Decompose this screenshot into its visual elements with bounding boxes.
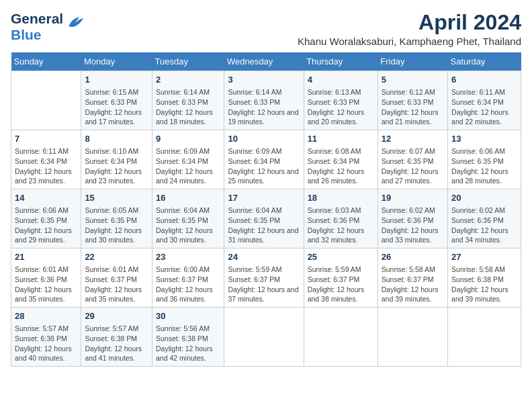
cell-info: Sunrise: 6:01 AMSunset: 6:36 PMDaylight:… <box>15 265 77 304</box>
calendar-cell: 13Sunrise: 6:06 AMSunset: 6:35 PMDayligh… <box>448 130 521 189</box>
calendar-cell <box>378 307 447 366</box>
calendar-cell: 26Sunrise: 5:58 AMSunset: 6:37 PMDayligh… <box>378 248 447 308</box>
calendar-cell: 30Sunrise: 5:56 AMSunset: 6:38 PMDayligh… <box>152 307 224 366</box>
day-number: 17 <box>228 192 300 204</box>
calendar-cell <box>224 307 304 366</box>
cell-info: Sunrise: 6:05 AMSunset: 6:35 PMDaylight:… <box>85 205 148 245</box>
day-number: 13 <box>451 133 517 145</box>
day-number: 14 <box>15 192 77 204</box>
calendar-cell: 9Sunrise: 6:09 AMSunset: 6:34 PMDaylight… <box>152 130 224 189</box>
cell-info: Sunrise: 5:58 AMSunset: 6:37 PMDaylight:… <box>382 265 444 304</box>
calendar-cell: 23Sunrise: 6:00 AMSunset: 6:37 PMDayligh… <box>152 248 224 308</box>
cell-info: Sunrise: 5:59 AMSunset: 6:37 PMDaylight:… <box>228 265 300 304</box>
day-number: 11 <box>308 133 374 145</box>
cell-info: Sunrise: 6:15 AMSunset: 6:33 PMDaylight:… <box>85 87 148 127</box>
calendar-week-4: 21Sunrise: 6:01 AMSunset: 6:36 PMDayligh… <box>11 248 521 308</box>
logo-bird-icon <box>66 14 85 29</box>
day-number: 18 <box>308 192 374 204</box>
day-number: 26 <box>382 251 444 263</box>
cell-info: Sunrise: 6:09 AMSunset: 6:34 PMDaylight:… <box>228 146 300 186</box>
cell-info: Sunrise: 6:04 AMSunset: 6:35 PMDaylight:… <box>156 205 220 245</box>
day-number: 4 <box>308 74 374 86</box>
cell-info: Sunrise: 6:14 AMSunset: 6:33 PMDaylight:… <box>228 87 300 127</box>
cell-info: Sunrise: 6:04 AMSunset: 6:35 PMDaylight:… <box>228 205 300 245</box>
logo-line1: General <box>11 11 63 27</box>
calendar-cell: 4Sunrise: 6:13 AMSunset: 6:33 PMDaylight… <box>304 71 378 130</box>
calendar-week-3: 14Sunrise: 6:06 AMSunset: 6:35 PMDayligh… <box>11 189 521 248</box>
calendar-cell <box>448 307 521 366</box>
calendar-body: 1Sunrise: 6:15 AMSunset: 6:33 PMDaylight… <box>11 71 521 367</box>
day-number: 2 <box>156 74 220 86</box>
day-number: 30 <box>156 310 220 322</box>
calendar-cell: 22Sunrise: 6:01 AMSunset: 6:37 PMDayligh… <box>81 248 152 308</box>
calendar-cell: 20Sunrise: 6:02 AMSunset: 6:36 PMDayligh… <box>448 189 521 248</box>
day-number: 23 <box>156 251 220 263</box>
day-number: 21 <box>15 251 77 263</box>
day-number: 27 <box>451 251 517 263</box>
calendar-header-row: SundayMondayTuesdayWednesdayThursdayFrid… <box>11 52 521 71</box>
calendar-cell: 14Sunrise: 6:06 AMSunset: 6:35 PMDayligh… <box>11 189 81 248</box>
cell-info: Sunrise: 5:59 AMSunset: 6:37 PMDaylight:… <box>308 265 374 304</box>
calendar-cell: 7Sunrise: 6:11 AMSunset: 6:34 PMDaylight… <box>11 130 81 189</box>
calendar-cell: 21Sunrise: 6:01 AMSunset: 6:36 PMDayligh… <box>11 248 81 308</box>
cell-info: Sunrise: 6:14 AMSunset: 6:33 PMDaylight:… <box>156 87 220 127</box>
calendar-cell: 29Sunrise: 5:57 AMSunset: 6:38 PMDayligh… <box>81 307 152 366</box>
calendar-week-1: 1Sunrise: 6:15 AMSunset: 6:33 PMDaylight… <box>11 71 521 130</box>
cell-info: Sunrise: 6:06 AMSunset: 6:35 PMDaylight:… <box>15 205 77 245</box>
calendar-cell: 1Sunrise: 6:15 AMSunset: 6:33 PMDaylight… <box>81 71 152 130</box>
cell-info: Sunrise: 5:57 AMSunset: 6:38 PMDaylight:… <box>15 324 77 363</box>
calendar-cell: 11Sunrise: 6:08 AMSunset: 6:34 PMDayligh… <box>304 130 378 189</box>
calendar-cell: 3Sunrise: 6:14 AMSunset: 6:33 PMDaylight… <box>224 71 304 130</box>
page-header: General Blue April 2024 Khanu Woralaksab… <box>11 11 521 47</box>
day-number: 16 <box>156 192 220 204</box>
weekday-header-wednesday: Wednesday <box>224 52 304 71</box>
day-number: 9 <box>156 133 220 145</box>
calendar-cell: 5Sunrise: 6:12 AMSunset: 6:33 PMDaylight… <box>378 71 447 130</box>
cell-info: Sunrise: 6:13 AMSunset: 6:33 PMDaylight:… <box>308 87 374 127</box>
cell-info: Sunrise: 5:57 AMSunset: 6:38 PMDaylight:… <box>85 324 148 363</box>
logo: General Blue <box>11 11 85 43</box>
weekday-header-tuesday: Tuesday <box>152 52 224 71</box>
calendar-cell: 18Sunrise: 6:03 AMSunset: 6:36 PMDayligh… <box>304 189 378 248</box>
day-number: 6 <box>451 74 517 86</box>
day-number: 10 <box>228 133 300 145</box>
cell-info: Sunrise: 5:58 AMSunset: 6:38 PMDaylight:… <box>451 265 517 304</box>
month-title: April 2024 <box>298 11 521 34</box>
day-number: 1 <box>85 74 148 86</box>
weekday-header-monday: Monday <box>81 52 152 71</box>
day-number: 5 <box>382 74 444 86</box>
calendar-cell <box>304 307 378 366</box>
day-number: 19 <box>382 192 444 204</box>
cell-info: Sunrise: 6:12 AMSunset: 6:33 PMDaylight:… <box>382 87 444 127</box>
calendar-cell: 17Sunrise: 6:04 AMSunset: 6:35 PMDayligh… <box>224 189 304 248</box>
day-number: 20 <box>451 192 517 204</box>
calendar-cell: 28Sunrise: 5:57 AMSunset: 6:38 PMDayligh… <box>11 307 81 366</box>
cell-info: Sunrise: 6:02 AMSunset: 6:36 PMDaylight:… <box>451 205 517 245</box>
cell-info: Sunrise: 6:09 AMSunset: 6:34 PMDaylight:… <box>156 146 220 186</box>
cell-info: Sunrise: 6:07 AMSunset: 6:35 PMDaylight:… <box>382 146 444 186</box>
day-number: 3 <box>228 74 300 86</box>
calendar-cell: 8Sunrise: 6:10 AMSunset: 6:34 PMDaylight… <box>81 130 152 189</box>
cell-info: Sunrise: 6:06 AMSunset: 6:35 PMDaylight:… <box>451 146 517 186</box>
calendar-cell <box>11 71 81 130</box>
cell-info: Sunrise: 6:08 AMSunset: 6:34 PMDaylight:… <box>308 146 374 186</box>
day-number: 15 <box>85 192 148 204</box>
day-number: 25 <box>308 251 374 263</box>
day-number: 28 <box>15 310 77 322</box>
calendar-cell: 2Sunrise: 6:14 AMSunset: 6:33 PMDaylight… <box>152 71 224 130</box>
calendar-week-5: 28Sunrise: 5:57 AMSunset: 6:38 PMDayligh… <box>11 307 521 366</box>
cell-info: Sunrise: 6:00 AMSunset: 6:37 PMDaylight:… <box>156 265 220 304</box>
cell-info: Sunrise: 6:03 AMSunset: 6:36 PMDaylight:… <box>308 205 374 245</box>
day-number: 12 <box>382 133 444 145</box>
logo-line2: Blue <box>11 27 63 43</box>
weekday-header-friday: Friday <box>378 52 447 71</box>
calendar-cell: 12Sunrise: 6:07 AMSunset: 6:35 PMDayligh… <box>378 130 447 189</box>
calendar-table: SundayMondayTuesdayWednesdayThursdayFrid… <box>11 52 521 367</box>
cell-info: Sunrise: 6:11 AMSunset: 6:34 PMDaylight:… <box>15 146 77 186</box>
calendar-cell: 24Sunrise: 5:59 AMSunset: 6:37 PMDayligh… <box>224 248 304 308</box>
cell-info: Sunrise: 6:02 AMSunset: 6:36 PMDaylight:… <box>382 205 444 245</box>
calendar-cell: 6Sunrise: 6:11 AMSunset: 6:34 PMDaylight… <box>448 71 521 130</box>
calendar-cell: 16Sunrise: 6:04 AMSunset: 6:35 PMDayligh… <box>152 189 224 248</box>
day-number: 22 <box>85 251 148 263</box>
weekday-header-sunday: Sunday <box>11 52 81 71</box>
